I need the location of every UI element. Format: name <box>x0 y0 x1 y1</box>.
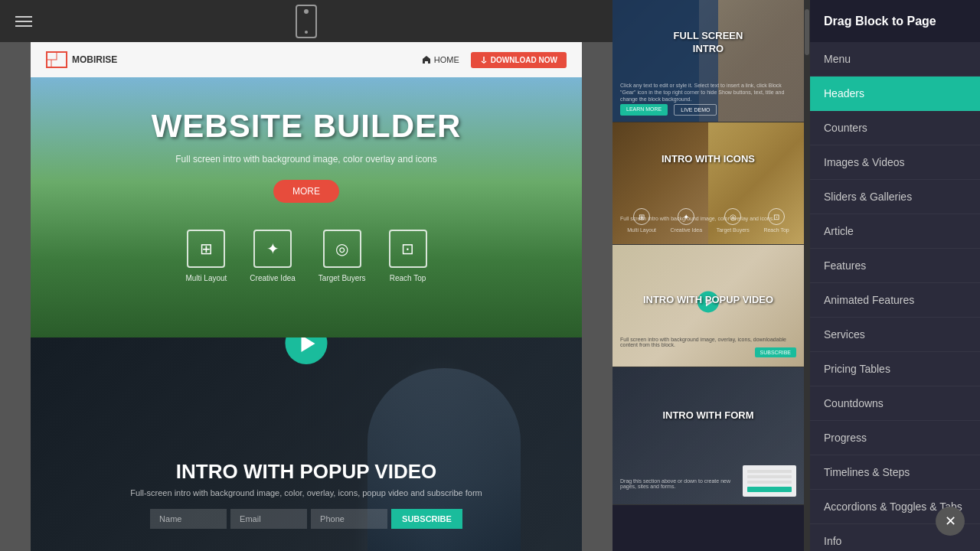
thumb-cta-buttons: LEARN MORE LIVE DEMO <box>620 104 717 116</box>
menu-item-menu[interactable]: Menu <box>810 42 980 77</box>
thumb-subscribe-btn: SUBSCRIBE <box>755 347 796 357</box>
feature-icon-target: ◎ <box>323 230 361 268</box>
thumb-label-2: INTRO WITH ICONS <box>622 152 795 165</box>
menu-item-sliders-galleries[interactable]: Sliders & Galleries <box>810 180 980 214</box>
thumb-full-screen-intro[interactable]: FULL SCREENINTRO Click any text to edit … <box>612 0 804 122</box>
hero-more-btn: MORE <box>273 180 339 203</box>
menu-item-animated-features[interactable]: Animated Features <box>810 283 980 318</box>
menu-item-article[interactable]: Article <box>810 214 980 249</box>
site-logo: MOBIRISE <box>46 51 117 68</box>
hero-section: WEBSITE BUILDER Full screen intro with b… <box>31 77 582 337</box>
play-button[interactable] <box>286 337 328 364</box>
phone-preview-icon <box>296 5 317 38</box>
menu-item-services[interactable]: Services <box>810 318 980 352</box>
name-input[interactable] <box>150 509 227 529</box>
hamburger-icon[interactable] <box>15 16 32 27</box>
feature-label-reach: Reach Top <box>389 274 427 282</box>
feature-multi-layout: ⊞ Multi Layout <box>185 230 227 282</box>
close-button[interactable]: ✕ <box>936 507 965 536</box>
left-preview-panel: MOBIRISE HOME DOWNLOAD NOW <box>0 0 612 551</box>
top-bar <box>0 0 612 42</box>
thumbnails-list: FULL SCREENINTRO Click any text to edit … <box>612 0 804 551</box>
category-menu: Menu Headers Counters Images & Videos Sl… <box>810 42 980 551</box>
thumb-label-3: INTRO WITH POPUP VIDEO <box>622 293 795 306</box>
feature-icon-creative: ✦ <box>253 230 292 268</box>
thumb-desc-1: Click any text to edit or style it. Sele… <box>620 82 796 103</box>
scroll-thumb <box>805 9 809 55</box>
menu-item-countdowns[interactable]: Countdowns <box>810 386 980 421</box>
feature-reach-top: ⊡ Reach Top <box>389 230 427 282</box>
thumb-label-1: FULL SCREENINTRO <box>622 30 795 56</box>
right-panel: FULL SCREENINTRO Click any text to edit … <box>612 0 980 551</box>
site-nav-links: HOME DOWNLOAD NOW <box>422 52 567 68</box>
feature-label-creative: Creative Idea <box>250 274 295 282</box>
thumb-desc-3: Full screen intro with background image,… <box>620 337 796 347</box>
video-text-area: INTRO WITH POPUP VIDEO Full-screen intro… <box>31 460 582 529</box>
thumb-label-4: INTRO WITH FORM <box>622 409 795 422</box>
drag-block-header: Drag Block to Page <box>810 0 980 42</box>
nav-download-btn: DOWNLOAD NOW <box>471 52 567 68</box>
thumb-intro-icons[interactable]: INTRO WITH ICONS Full screen intro with … <box>612 122 804 245</box>
logo-text: MOBIRISE <box>72 54 117 65</box>
menu-item-headers[interactable]: Headers <box>810 77 980 111</box>
preview-wrapper: MOBIRISE HOME DOWNLOAD NOW <box>31 42 582 551</box>
feature-creative-idea: ✦ Creative Idea <box>250 230 295 282</box>
feature-target-buyers: ◎ Target Buyers <box>318 230 366 282</box>
feature-label-target: Target Buyers <box>318 274 366 282</box>
feature-icon-reach: ⊡ <box>389 230 427 268</box>
video-section: INTRO WITH POPUP VIDEO Full-screen intro… <box>31 337 582 551</box>
thumb-desc-2: Full screen intro with background image,… <box>620 216 796 221</box>
hero-features: ⊞ Multi Layout ✦ Creative Idea ◎ Target … <box>46 230 567 282</box>
phone-input[interactable] <box>311 509 387 529</box>
thumbnails-section: FULL SCREENINTRO Click any text to edit … <box>612 0 810 551</box>
thumb-popup-video[interactable]: INTRO WITH POPUP VIDEO Full screen intro… <box>612 245 804 367</box>
thumb-desc-4: Drag this section above or down to creat… <box>620 478 743 489</box>
menu-item-timelines-steps[interactable]: Timelines & Steps <box>810 455 980 490</box>
thumb-intro-form[interactable]: INTRO WITH FORM Drag this section above … <box>612 367 804 505</box>
menu-item-pricing-tables[interactable]: Pricing Tables <box>810 352 980 386</box>
svg-rect-1 <box>47 52 57 60</box>
thumb-form-box <box>743 465 796 497</box>
site-preview: MOBIRISE HOME DOWNLOAD NOW <box>0 42 612 551</box>
play-icon <box>301 337 315 352</box>
hero-subtitle: Full screen intro with background image,… <box>46 154 567 165</box>
subscribe-form: SUBSCRIBE <box>31 509 582 529</box>
nav-home-link: HOME <box>422 55 459 64</box>
site-nav: MOBIRISE HOME DOWNLOAD NOW <box>31 42 582 77</box>
thumbnail-scrollbar[interactable] <box>804 0 810 551</box>
nav-menu-panel: Drag Block to Page Menu Headers Counters… <box>810 0 980 551</box>
video-subtitle: Full-screen intro with background image,… <box>31 488 582 497</box>
hero-title: WEBSITE BUILDER <box>46 108 567 145</box>
feature-icon-multi: ⊞ <box>187 230 225 268</box>
menu-item-features[interactable]: Features <box>810 249 980 283</box>
preview-content: MOBIRISE HOME DOWNLOAD NOW <box>0 42 612 551</box>
video-title: INTRO WITH POPUP VIDEO <box>31 460 582 484</box>
drag-header-title: Drag Block to Page <box>824 15 936 28</box>
email-input[interactable] <box>230 509 307 529</box>
feature-label-multi: Multi Layout <box>185 274 227 282</box>
menu-item-counters[interactable]: Counters <box>810 111 980 145</box>
subscribe-btn[interactable]: SUBSCRIBE <box>391 509 462 529</box>
menu-item-progress[interactable]: Progress <box>810 421 980 455</box>
menu-item-images-videos[interactable]: Images & Videos <box>810 145 980 180</box>
